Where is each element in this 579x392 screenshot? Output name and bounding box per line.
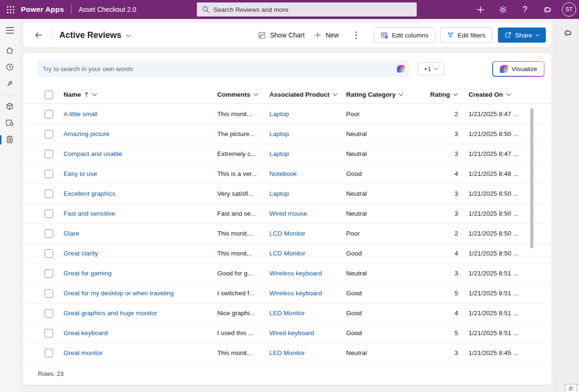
visualize-button[interactable]: Visualize bbox=[493, 62, 544, 76]
review-name-link[interactable]: Excellent graphics bbox=[64, 190, 116, 197]
copilot-logo-icon[interactable] bbox=[395, 63, 407, 75]
comments-cell: Good for g... bbox=[217, 270, 269, 277]
column-header-created-on[interactable]: Created On bbox=[458, 91, 535, 98]
row-checkbox[interactable] bbox=[45, 329, 53, 337]
rating-category-cell: Good bbox=[346, 310, 407, 317]
table-row[interactable]: Easy to use This is a ver... Notebook Go… bbox=[23, 164, 551, 184]
associated-product-link[interactable]: Wired keyboard bbox=[269, 329, 314, 337]
add-button[interactable] bbox=[473, 2, 488, 17]
visualize-button-border: Visualize bbox=[492, 61, 544, 77]
rating-category-cell: Good bbox=[346, 250, 407, 257]
row-checkbox[interactable] bbox=[45, 269, 53, 278]
natural-language-search-input[interactable] bbox=[37, 60, 409, 77]
table-row[interactable]: Amazing picture The picture... Laptop Ne… bbox=[23, 124, 551, 144]
column-header-rating-category[interactable]: Rating Category bbox=[346, 91, 407, 98]
associated-product-link[interactable]: Wired mouse bbox=[269, 210, 307, 217]
table-row[interactable]: Great for my desktop or when traveling I… bbox=[23, 283, 551, 303]
account-avatar[interactable]: ST bbox=[562, 2, 576, 17]
table-row[interactable]: Great keyboard I used this ... Wired key… bbox=[23, 323, 551, 343]
row-checkbox[interactable] bbox=[45, 110, 53, 119]
column-header-associated-product[interactable]: Associated Product bbox=[269, 91, 346, 98]
column-header-rating[interactable]: Rating bbox=[407, 91, 458, 98]
table-row[interactable]: Great graphics and huge monitor Nice gra… bbox=[23, 303, 551, 323]
rating-cell: 4 bbox=[407, 250, 458, 257]
copilot-panel-icon[interactable] bbox=[560, 25, 575, 40]
associated-product-link[interactable]: LED Monitor bbox=[269, 310, 305, 317]
table-row[interactable]: Compact and usable Extremely c... Laptop… bbox=[23, 144, 551, 164]
review-name-link[interactable]: Great clarity bbox=[64, 250, 98, 257]
review-name-link[interactable]: Great monitor bbox=[64, 349, 103, 356]
back-button[interactable] bbox=[31, 28, 46, 42]
command-bar-divider bbox=[51, 29, 52, 41]
row-checkbox[interactable] bbox=[45, 229, 53, 238]
review-name-link[interactable]: Great keyboard bbox=[64, 329, 108, 337]
review-name-link[interactable]: Amazing picture bbox=[64, 130, 110, 137]
copilot-side-rail bbox=[556, 19, 579, 392]
row-checkbox[interactable] bbox=[45, 249, 53, 258]
table-row[interactable]: A little small This monit... Laptop Poor… bbox=[23, 104, 551, 124]
associated-product-link[interactable]: LED Monitor bbox=[269, 349, 305, 356]
associated-product-link[interactable]: Laptop bbox=[269, 110, 289, 118]
review-name-link[interactable]: Glare bbox=[64, 230, 79, 237]
filter-count-dropdown[interactable]: +1 bbox=[418, 62, 444, 75]
brand-title[interactable]: Power Apps bbox=[21, 5, 64, 14]
row-checkbox[interactable] bbox=[45, 289, 53, 298]
associated-product-link[interactable]: Wireless keyboard bbox=[269, 270, 322, 277]
associated-product-link[interactable]: Notebook bbox=[269, 170, 297, 177]
review-name-link[interactable]: Fast and sensitive bbox=[64, 210, 115, 217]
table-row[interactable]: Great clarity This monit... LCD Monitor … bbox=[23, 244, 551, 264]
row-checkbox[interactable] bbox=[45, 210, 53, 218]
review-name-link[interactable]: Easy to use bbox=[64, 170, 97, 177]
copilot-icon[interactable] bbox=[540, 2, 555, 17]
review-name-link[interactable]: Compact and usable bbox=[64, 150, 122, 157]
column-header-comments[interactable]: Comments bbox=[217, 91, 269, 98]
column-header-name[interactable]: Name bbox=[64, 91, 217, 98]
comments-cell: I switched f... bbox=[217, 290, 269, 297]
associated-product-link[interactable]: Laptop bbox=[269, 150, 289, 157]
sidebar-item-home[interactable] bbox=[0, 42, 19, 59]
row-checkbox[interactable] bbox=[45, 190, 53, 198]
row-checkbox[interactable] bbox=[45, 309, 53, 318]
associated-product-link[interactable]: LCD Monitor bbox=[269, 230, 305, 237]
edit-columns-button[interactable]: Edit columns bbox=[374, 27, 435, 43]
natural-language-search[interactable] bbox=[37, 60, 409, 77]
help-icon[interactable]: ? bbox=[517, 2, 533, 17]
new-button[interactable]: New bbox=[309, 28, 343, 42]
sidebar-item-assets[interactable] bbox=[0, 98, 19, 115]
nav-menu-button[interactable] bbox=[0, 21, 19, 39]
sidebar-item-recent[interactable] bbox=[0, 59, 19, 75]
row-checkbox[interactable] bbox=[45, 170, 53, 178]
created-on-cell: 1/21/2025 8:51 ... bbox=[458, 290, 535, 297]
table-row[interactable]: Glare This monit... LCD Monitor Poor 2 1… bbox=[23, 224, 551, 244]
vertical-scrollbar[interactable] bbox=[530, 108, 533, 248]
review-name-link[interactable]: Great for gaming bbox=[64, 270, 111, 277]
edit-filters-button[interactable]: Edit filters bbox=[440, 27, 492, 43]
associated-product-link[interactable]: Laptop bbox=[269, 190, 289, 197]
table-row[interactable]: Great for gaming Good for g... Wireless … bbox=[23, 264, 551, 283]
global-search-input[interactable] bbox=[213, 6, 412, 13]
sidebar-item-products[interactable] bbox=[0, 115, 19, 131]
table-row[interactable]: Fast and sensitive Fast and se... Wired … bbox=[23, 204, 551, 224]
global-search[interactable] bbox=[197, 2, 417, 17]
settings-gear-icon[interactable] bbox=[495, 2, 510, 17]
table-row[interactable]: Great monitor This monit... LED Monitor … bbox=[23, 343, 551, 363]
review-name-link[interactable]: Great graphics and huge monitor bbox=[64, 310, 157, 317]
row-checkbox[interactable] bbox=[45, 349, 53, 357]
share-button[interactable]: Share bbox=[498, 27, 546, 43]
show-chart-button[interactable]: Show Chart bbox=[253, 28, 309, 42]
associated-product-link[interactable]: LCD Monitor bbox=[269, 250, 305, 257]
app-name[interactable]: Asset Checkout 2.0 bbox=[79, 6, 136, 13]
associated-product-link[interactable]: Wireless keyboard bbox=[269, 290, 322, 297]
table-row[interactable]: Excellent graphics Very satisfi... Lapto… bbox=[23, 184, 551, 204]
associated-product-link[interactable]: Laptop bbox=[269, 130, 289, 137]
app-launcher-button[interactable] bbox=[0, 0, 21, 19]
view-selector[interactable]: Active Reviews bbox=[59, 30, 131, 40]
select-all-checkbox[interactable] bbox=[45, 91, 53, 99]
review-name-link[interactable]: A little small bbox=[64, 110, 97, 118]
row-checkbox[interactable] bbox=[45, 130, 53, 138]
review-name-link[interactable]: Great for my desktop or when traveling bbox=[64, 290, 174, 297]
sidebar-item-reviews[interactable] bbox=[0, 131, 19, 148]
row-checkbox[interactable] bbox=[45, 150, 53, 158]
more-commands-button[interactable] bbox=[349, 28, 363, 42]
sidebar-item-pinned[interactable] bbox=[0, 75, 19, 92]
